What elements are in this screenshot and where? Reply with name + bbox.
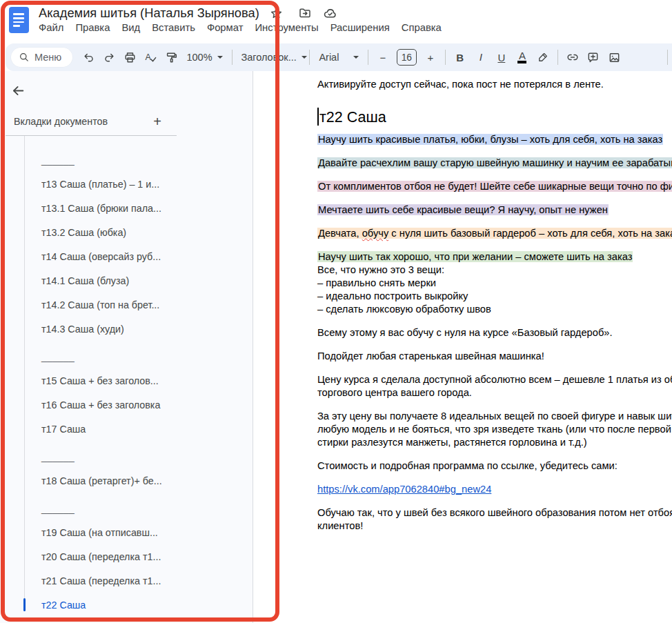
sidebar-tab-divider[interactable]: ______	[0, 496, 253, 520]
current-text-color	[517, 61, 526, 63]
toolbar-separator	[309, 50, 310, 65]
sidebar-tab-item[interactable]: т19 Саша (на отписавш...	[0, 520, 253, 544]
menu-item[interactable]: Инструменты	[255, 22, 318, 33]
document-paragraph: От комплиментов отбоя не будет! Шейте се…	[317, 180, 672, 193]
insert-image-icon[interactable]	[605, 48, 622, 67]
sidebar-tab-label: ______	[41, 503, 75, 514]
sidebar-tab-label: ______	[41, 351, 75, 362]
menus-search-button[interactable]: Меню	[11, 48, 72, 67]
document-heading: т22 Саша	[317, 107, 672, 128]
menu-item[interactable]: Расширения	[330, 22, 390, 33]
font-size-input[interactable]: 16	[397, 49, 417, 66]
document-text-line: Обучаю так, что у швей без всякого швейн…	[317, 506, 672, 520]
document-title[interactable]: Академия шитья (Наталья Зырянова)	[39, 6, 259, 21]
sidebar-tab-divider[interactable]: ______	[0, 344, 253, 368]
undo-button[interactable]	[80, 48, 97, 67]
sidebar-tab-item[interactable]: т20 Саша (переделка т1...	[0, 544, 253, 568]
sidebar-tab-item[interactable]: т14.2 Саша (топ на брет...	[0, 293, 253, 317]
document-editing-area[interactable]: Активируйте доступ сейчас, пока пост не …	[253, 71, 672, 623]
google-docs-logo-icon[interactable]	[9, 7, 29, 33]
style-value: Заголовок...	[241, 52, 296, 63]
toolbar-separator	[667, 50, 668, 65]
sidebar-tab-label: т13 Саша (платье) – 1 и...	[41, 179, 159, 190]
paint-format-icon[interactable]	[163, 48, 180, 67]
text-cursor	[317, 108, 319, 126]
sidebar-tab-item[interactable]: т17 Саша	[0, 417, 253, 441]
decrease-font-size-button[interactable]: −	[374, 48, 391, 67]
move-folder-icon[interactable]	[298, 6, 312, 20]
menu-item[interactable]: Вид	[121, 22, 140, 33]
document-text-line: – сделать люксовую обработку швов	[317, 303, 672, 316]
sidebar-tab-item[interactable]: т13.2 Саша (юбка)	[0, 220, 253, 244]
underline-button[interactable]: U	[493, 48, 510, 67]
sidebar-tab-label: т14.1 Саша (блуза)	[41, 275, 129, 286]
font-value: Arial	[319, 52, 339, 63]
highlight-color-icon[interactable]	[534, 48, 551, 67]
sidebar-tab-divider[interactable]: ______	[0, 148, 253, 172]
document-text-line: Все, что нужно это 3 вещи:	[317, 264, 672, 277]
document-text-line: любую модель и не бояться, что зря извед…	[317, 423, 672, 436]
toolbar-separator	[445, 50, 446, 65]
sidebar-tab-item[interactable]: т15 Саша + без заголов...	[0, 368, 253, 393]
chevron-down-icon	[302, 56, 307, 59]
misspelled-word: обучу	[362, 228, 389, 239]
menu-item[interactable]: Вставить	[152, 22, 195, 33]
document-text-line: От комплиментов отбоя не будет! Шейте се…	[317, 180, 672, 193]
sidebar-tab-item[interactable]: т13 Саша (платье) – 1 и...	[0, 172, 253, 196]
add-tab-button[interactable]: +	[153, 117, 161, 126]
sidebar-tab-label: т20 Саша (переделка т1...	[41, 551, 161, 562]
text-color-button[interactable]: A	[513, 48, 531, 67]
menu-item[interactable]: Справка	[402, 22, 442, 33]
sidebar-tab-label: ______	[41, 451, 75, 462]
document-text-line: https://vk.com/app7062840#bg_new24	[317, 483, 672, 496]
sidebar-tab-label: т14.3 Саша (худи)	[41, 324, 124, 335]
chevron-down-icon	[353, 56, 359, 59]
font-select[interactable]: Arial	[319, 52, 359, 63]
sidebar-tab-item[interactable]: т14.1 Саша (блуза)	[0, 268, 253, 293]
sidebar-tab-item[interactable]: т21 Саша (переделка т1...	[0, 568, 253, 593]
star-icon[interactable]	[270, 7, 283, 20]
sidebar-tab-label: т13.1 Саша (брюки пала...	[41, 203, 161, 214]
document-link[interactable]: https://vk.com/app7062840#bg_new24	[317, 484, 491, 495]
menu-item[interactable]: Правка	[75, 22, 110, 33]
sidebar-tab-item[interactable]: т16 Саша + без заголовка	[0, 393, 253, 417]
menu-item[interactable]: Формат	[207, 22, 244, 33]
document-paragraph: Активируйте доступ сейчас, пока пост не …	[317, 78, 672, 91]
increase-font-size-button[interactable]: +	[422, 48, 439, 67]
paragraph-style-select[interactable]: Заголовок...	[241, 52, 300, 63]
sidebar-tab-label: т17 Саша	[41, 424, 86, 435]
document-text-line: клиентов!	[317, 520, 672, 533]
document-paragraph: Цену курса я сделала доступной абсолютно…	[317, 373, 672, 399]
add-comment-icon[interactable]	[584, 48, 602, 67]
bold-button[interactable]: B	[451, 48, 468, 67]
document-text-line: Научу шить красивые платья, юбки, блузы …	[317, 133, 672, 146]
document-text-line: Стоимость и подробная программа по ссылк…	[317, 459, 672, 473]
document-text-line: Активируйте доступ сейчас, пока пост не …	[317, 78, 672, 91]
back-arrow-icon[interactable]	[11, 82, 28, 99]
menu-item[interactable]: Файл	[39, 22, 63, 33]
sidebar-tab-item[interactable]: т22 Саша	[0, 593, 253, 617]
google-docs-window: Академия шитья (Наталья Зырянова) ФайлПр…	[0, 0, 672, 623]
insert-link-icon[interactable]	[564, 48, 581, 67]
zoom-select[interactable]: 100%	[186, 52, 222, 63]
document-text-line: торгового центра вашего города.	[317, 386, 672, 399]
document-text-line: Цену курса я сделала доступной абсолютно…	[317, 373, 672, 386]
tabs-panel-title: Вкладки документов	[14, 116, 108, 127]
document-text-line: Давайте расчехлим вашу старую швейную ма…	[317, 157, 672, 170]
cloud-saved-icon	[323, 6, 337, 21]
sidebar-tab-item[interactable]: т13.1 Саша (брюки пала...	[0, 196, 253, 220]
print-icon[interactable]	[121, 48, 139, 67]
sidebar-tab-divider[interactable]: ______	[0, 444, 253, 468]
spellcheck-icon[interactable]: A	[142, 48, 159, 67]
sidebar-tab-item[interactable]: т18 Саша (ретаргет)+ бе...	[0, 468, 253, 493]
document-paragraph: Научу шить красивые платья, юбки, блузы …	[317, 133, 672, 146]
document-text-line: Всему этому я вас обучу с нуля на курсе …	[317, 326, 672, 339]
sidebar-tab-item[interactable]: т14 Саша (оверсайз руб...	[0, 244, 253, 268]
document-text-line: – правильно снять мерки	[317, 277, 672, 290]
toolbar: Меню A 100% Заголовок... Arial	[6, 43, 672, 71]
document-text-line: Научу шить так хорошо, что при желании –…	[317, 250, 672, 264]
redo-button[interactable]	[101, 48, 118, 67]
sidebar-tab-label: ______	[41, 155, 75, 166]
italic-button[interactable]: I	[472, 48, 489, 67]
sidebar-tab-item[interactable]: т14.3 Саша (худи)	[0, 317, 253, 341]
